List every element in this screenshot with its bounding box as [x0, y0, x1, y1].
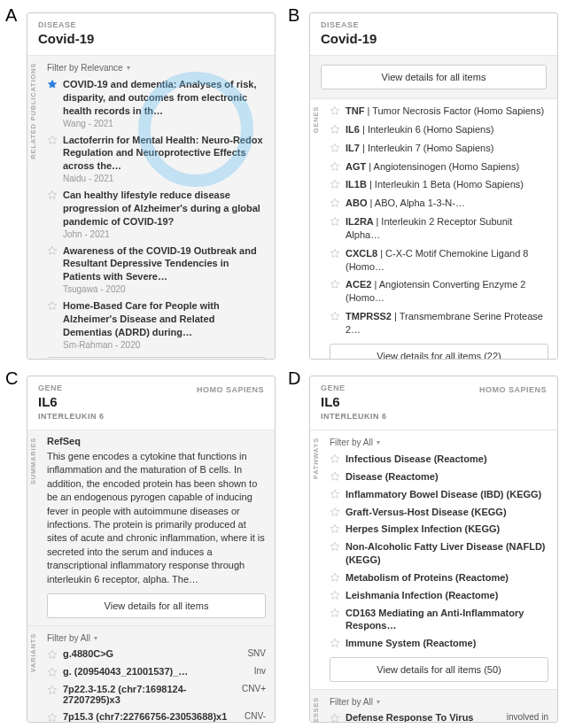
entity-title: IL6 — [321, 394, 547, 409]
item-title: IL1B | Interleukin 1 Beta (Homo Sapiens) — [346, 178, 548, 191]
variant-type: SNV — [247, 648, 266, 658]
item-meta: Tsugawa - 2020 — [63, 284, 266, 294]
star-icon[interactable] — [47, 649, 58, 660]
list-item[interactable]: CXCL8 | C-X-C Motif Chemokine Ligand 8 (… — [330, 247, 548, 274]
item-title: Herpes Simplex Infection (KEGG) — [346, 523, 548, 536]
star-icon[interactable] — [47, 712, 58, 722]
section-top-btn: View details for all items — [310, 55, 557, 98]
star-icon[interactable] — [330, 713, 340, 722]
star-icon[interactable] — [330, 197, 340, 208]
star-icon[interactable] — [330, 179, 340, 190]
star-icon[interactable] — [330, 507, 340, 517]
item-title: Infectious Disease (Reactome) — [346, 453, 548, 466]
filter-dropdown[interactable]: Filter by All ▾ — [330, 695, 548, 712]
star-icon[interactable] — [47, 300, 58, 311]
list-item[interactable]: g. (20954043_21001537)_… Inv — [47, 666, 266, 678]
list-item[interactable]: 7p15.3 (chr7:22766756-23053688)x1 CNV- — [47, 711, 266, 722]
star-icon[interactable] — [330, 590, 340, 600]
list-item[interactable]: Herpes Simplex Infection (KEGG) — [330, 523, 548, 536]
section-label: VARIANTS — [29, 633, 37, 672]
card-header: DISEASE Covid-19 — [27, 13, 275, 55]
star-icon[interactable] — [330, 311, 340, 321]
list-item[interactable]: g.4880C>G SNV — [47, 648, 266, 660]
filter-text: Filter by Relevance — [47, 63, 123, 73]
view-all-button[interactable]: View details for all items (50) — [330, 657, 548, 682]
entity-title: Covid-19 — [321, 31, 547, 46]
list-item[interactable]: ACE2 | Angiotensin Converting Enzyme 2 (… — [330, 278, 548, 305]
list-item[interactable]: IL7 | Interleukin 7 (Homo Sapiens) — [330, 142, 548, 155]
item-title: Disease (Reactome) — [346, 470, 548, 484]
view-all-button[interactable]: View details for all items — [47, 593, 266, 618]
star-icon[interactable] — [47, 245, 58, 256]
star-icon[interactable] — [330, 489, 340, 500]
star-icon[interactable] — [47, 190, 58, 200]
list-item[interactable]: 7p22.3-15.2 (chr7:1698124-27207295)x3 CN… — [47, 684, 266, 705]
star-icon[interactable] — [330, 523, 340, 534]
list-item[interactable]: Defense Response To Virus involved in — [330, 712, 548, 722]
item-title: Immune System (Reactome) — [346, 637, 548, 650]
item-title: IL2RA | Interleukin 2 Receptor Subunit A… — [346, 215, 548, 242]
star-icon[interactable] — [47, 135, 58, 145]
panel-label-a: A — [5, 5, 17, 26]
star-icon[interactable] — [330, 453, 340, 464]
item-title: IL6 | Interleukin 6 (Homo Sapiens) — [346, 123, 548, 136]
chevron-down-icon: ▾ — [94, 634, 97, 642]
chevron-down-icon: ▾ — [127, 64, 130, 72]
star-icon[interactable] — [330, 248, 340, 259]
list-item[interactable]: IL6 | Interleukin 6 (Homo Sapiens) — [330, 123, 548, 136]
list-item[interactable]: COVID-19 and dementia: Analyses of risk,… — [47, 78, 266, 128]
list-item[interactable]: Graft-Versus-Host Disease (KEGG) — [330, 506, 548, 519]
star-icon[interactable] — [330, 541, 340, 552]
filter-dropdown[interactable]: Filter by Relevance ▾ — [47, 61, 266, 78]
list-item[interactable]: Can healthy lifestyle reduce disease pro… — [47, 189, 266, 239]
list-item[interactable]: Leishmania Infection (Reactome) — [330, 589, 548, 602]
list-item[interactable]: Non-Alcoholic Fatty Liver Disease (NAFLD… — [330, 540, 548, 567]
star-icon[interactable] — [330, 124, 340, 135]
view-all-button[interactable]: View details for all items (50) — [47, 357, 266, 360]
star-icon[interactable] — [47, 685, 58, 695]
list-item[interactable]: Infectious Disease (Reactome) — [330, 453, 548, 466]
list-item[interactable]: IL2RA | Interleukin 2 Receptor Subunit A… — [330, 215, 548, 242]
star-icon[interactable] — [330, 143, 340, 153]
species-label: HOMO SAPIENS — [479, 385, 547, 394]
variant-type: CNV+ — [242, 684, 266, 693]
list-item[interactable]: Disease (Reactome) — [330, 470, 548, 484]
view-all-button[interactable]: View details for all items (22) — [330, 344, 548, 360]
list-item[interactable]: IL1B | Interleukin 1 Beta (Homo Sapiens) — [330, 178, 548, 191]
list-item[interactable]: Awareness of the COVID-19 Outbreak and R… — [47, 244, 266, 295]
list-item[interactable]: Home-Based Care for People with Alzheime… — [47, 299, 266, 350]
star-icon[interactable] — [330, 608, 340, 618]
list-item[interactable]: TNF | Tumor Necrosis Factor (Homo Sapien… — [330, 105, 548, 118]
star-icon[interactable] — [330, 471, 340, 482]
star-filled-icon[interactable] — [47, 79, 58, 89]
star-icon[interactable] — [330, 279, 340, 290]
filter-dropdown[interactable]: Filter by All ▾ — [47, 631, 266, 648]
list-item[interactable]: TMPRSS2 | Transmembrane Serine Protease … — [330, 310, 548, 337]
star-icon[interactable] — [330, 572, 340, 583]
item-title: Awareness of the COVID-19 Outbreak and R… — [63, 244, 266, 284]
star-icon[interactable] — [330, 638, 340, 648]
list-item[interactable]: Metabolism of Proteins (Reactome) — [330, 571, 548, 585]
entity-type: DISEASE — [321, 20, 547, 29]
list-item[interactable]: AGT | Angiotensinogen (Homo Sapiens) — [330, 160, 548, 174]
list-item[interactable]: ABO | ABO, Alpha 1-3-N-… — [330, 197, 548, 210]
list-item[interactable]: Inflammatory Bowel Disease (IBD) (KEGG) — [330, 488, 548, 501]
card-header: GENE HOMO SAPIENS IL6 INTERLEUKIN 6 — [310, 376, 557, 430]
section-label: PROCESSES — [312, 697, 320, 722]
list-item[interactable]: CD163 Mediating an Anti-Inflammatory Res… — [330, 607, 548, 633]
star-icon[interactable] — [330, 105, 340, 116]
list-item[interactable]: Lactoferrin for Mental Health: Neuro-Red… — [47, 134, 266, 184]
filter-dropdown[interactable]: Filter by All ▾ — [330, 436, 548, 453]
star-icon[interactable] — [330, 161, 340, 172]
section-publications: RELATED PUBLICATIONS Filter by Relevance… — [27, 55, 275, 360]
section-label: PATHWAYS — [312, 438, 320, 479]
card-b: DISEASE Covid-19 View details for all it… — [309, 12, 558, 360]
list-item[interactable]: Immune System (Reactome) — [330, 637, 548, 650]
star-icon[interactable] — [47, 667, 58, 678]
process-name: Defense Response To Virus — [346, 712, 473, 722]
star-icon[interactable] — [330, 216, 340, 227]
entity-title: IL6 — [38, 394, 264, 409]
view-all-button[interactable]: View details for all items — [321, 65, 547, 89]
panel-label-b: B — [288, 5, 299, 26]
filter-text: Filter by All — [330, 697, 373, 707]
